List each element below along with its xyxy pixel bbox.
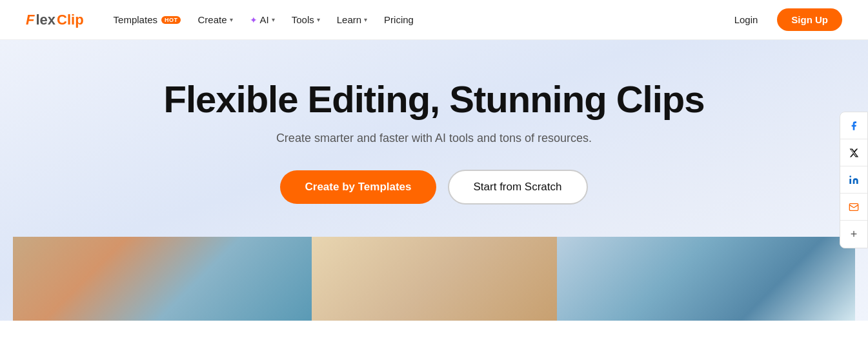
nav-tools[interactable]: Tools ▾ [285, 10, 327, 29]
nav-templates-label: Templates [114, 14, 157, 25]
nav-learn-label: Learn [337, 14, 361, 25]
nav-create[interactable]: Create ▾ [191, 10, 239, 29]
start-from-scratch-button[interactable]: Start from Scratch [448, 170, 588, 205]
nav-create-label: Create [197, 14, 227, 25]
chevron-down-icon-tools: ▾ [317, 16, 320, 23]
nav-learn[interactable]: Learn ▾ [330, 10, 374, 29]
hero-title: Flexible Editing, Stunning Clips [164, 79, 705, 120]
social-x-button[interactable] [840, 139, 867, 166]
svg-rect-1 [849, 203, 858, 210]
preview-left-image [13, 237, 312, 321]
chevron-down-icon: ▾ [230, 16, 233, 23]
social-linkedin-button[interactable] [840, 166, 867, 194]
login-button[interactable]: Login [723, 9, 770, 30]
nav-ai-label: AI [260, 14, 269, 25]
nav-ai[interactable]: ✦ AI ▾ [243, 10, 281, 29]
social-mail-button[interactable] [840, 194, 867, 221]
plus-icon: + [851, 228, 858, 240]
social-facebook-button[interactable] [840, 112, 867, 139]
nav-templates-badge: HOT [161, 16, 181, 24]
logo-text-flex: lex [35, 12, 56, 28]
hero-subtitle: Create smarter and faster with AI tools … [276, 132, 592, 145]
chevron-down-icon-ai: ▾ [272, 16, 275, 23]
hero-section: Flexible Editing, Stunning Clips Create … [0, 40, 868, 321]
nav-tools-label: Tools [292, 14, 314, 25]
nav-pricing-label: Pricing [384, 14, 414, 25]
social-more-button[interactable]: + [840, 221, 867, 248]
create-by-templates-button[interactable]: Create by Templates [280, 170, 436, 204]
nav-templates[interactable]: Templates HOT [107, 10, 188, 29]
logo-text-clip: Clip [57, 12, 84, 28]
preview-middle-image [312, 237, 557, 321]
social-sidebar: + [840, 112, 868, 248]
navbar: FlexClip Templates HOT Create ▾ ✦ AI ▾ T… [0, 0, 868, 40]
svg-point-0 [849, 175, 851, 177]
signup-button[interactable]: Sign Up [777, 8, 842, 31]
preview-right-image [557, 237, 856, 321]
nav-pricing[interactable]: Pricing [378, 10, 420, 29]
chevron-down-icon-learn: ▾ [364, 16, 367, 23]
ai-star-icon: ✦ [250, 15, 257, 25]
navbar-right: Login Sign Up [723, 8, 842, 31]
preview-strip [13, 237, 855, 321]
logo[interactable]: FlexClip [26, 12, 84, 28]
logo-icon: F [26, 12, 34, 28]
nav-links: Templates HOT Create ▾ ✦ AI ▾ Tools ▾ Le… [107, 10, 420, 29]
hero-buttons: Create by Templates Start from Scratch [280, 170, 587, 205]
navbar-left: FlexClip Templates HOT Create ▾ ✦ AI ▾ T… [26, 10, 420, 29]
